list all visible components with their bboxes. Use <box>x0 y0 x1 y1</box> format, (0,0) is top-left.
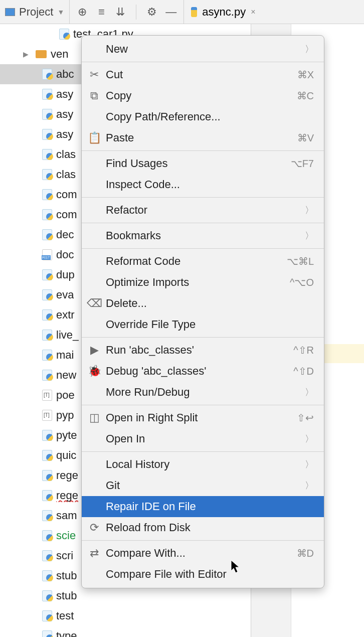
menu-separator <box>82 223 324 223</box>
tab-label: async.py <box>202 6 246 19</box>
menu-label: Optimize Imports <box>106 276 189 289</box>
menu-item[interactable]: Git〉 <box>82 475 324 496</box>
menu-item[interactable]: ✂Cut⌘X <box>82 64 324 85</box>
python-file-icon <box>42 189 52 200</box>
close-icon[interactable]: × <box>251 8 255 17</box>
python-file-icon <box>42 590 52 601</box>
menu-label: Local History <box>106 458 169 471</box>
menu-item[interactable]: More Run/Debug〉 <box>82 382 324 403</box>
file-name: abc <box>56 68 74 81</box>
menu-item[interactable]: Compare File with Editor <box>82 564 324 585</box>
submenu-arrow-icon: 〉 <box>305 43 314 55</box>
file-name: new <box>56 369 76 382</box>
menu-item[interactable]: 🐞Debug 'abc_classes'^⇧D <box>82 361 324 382</box>
file-name: scie <box>56 529 76 542</box>
menu-item[interactable]: ⟳Reload from Disk <box>82 517 324 538</box>
python-file-icon <box>42 229 52 240</box>
file-name: eva <box>56 288 74 301</box>
file-name: sam <box>56 509 77 522</box>
menu-item[interactable]: Open In〉 <box>82 428 324 449</box>
menu-label: Open In <box>106 432 145 445</box>
python-file-icon <box>59 29 69 40</box>
menu-label: Debug 'abc_classes' <box>106 365 206 378</box>
menu-separator <box>82 248 324 249</box>
menu-item[interactable]: Find Usages⌥F7 <box>82 153 324 174</box>
menu-item[interactable]: Inspect Code... <box>82 174 324 195</box>
shortcut: ⌘X <box>297 69 314 81</box>
submenu-arrow-icon: 〉 <box>305 386 314 398</box>
chevron-right-icon[interactable]: ▶ <box>23 50 29 58</box>
editor-tab[interactable]: async.py × <box>184 0 260 24</box>
project-selector[interactable]: Project ▼ <box>0 0 70 24</box>
file-name: stub <box>56 569 77 582</box>
python-file-icon <box>42 570 52 581</box>
menu-item[interactable]: Bookmarks〉 <box>82 225 324 246</box>
python-file-icon <box>42 149 52 160</box>
python-file-icon <box>42 510 52 521</box>
menu-item[interactable]: Reformat Code⌥⌘L <box>82 251 324 272</box>
menu-label: Copy <box>106 89 131 102</box>
menu-item[interactable]: ▶Run 'abc_classes'^⇧R <box>82 340 324 361</box>
menu-label: Open in Right Split <box>106 411 198 424</box>
menu-item[interactable]: Override File Type <box>82 314 324 335</box>
menu-label: More Run/Debug <box>106 386 190 399</box>
cut-icon: ✂ <box>89 69 100 80</box>
project-label: Project <box>19 6 53 19</box>
context-menu[interactable]: New〉✂Cut⌘X⧉Copy⌘CCopy Path/Reference...📋… <box>81 35 324 588</box>
python-file-icon <box>42 89 52 100</box>
gear-icon[interactable]: ⚙ <box>146 7 157 18</box>
python-file-icon <box>42 209 52 220</box>
menu-label: Git <box>106 479 120 492</box>
file-name: quic <box>56 449 76 462</box>
file-name: dup <box>56 268 75 281</box>
menu-label: Paste <box>106 131 134 144</box>
python-file-icon <box>42 610 52 621</box>
menu-label: New <box>106 43 128 56</box>
shortcut: ⌥⌘L <box>287 255 314 267</box>
menu-item[interactable]: Repair IDE on File <box>82 496 324 517</box>
python-file-icon <box>42 169 52 180</box>
file-name: scri <box>56 549 73 562</box>
menu-item[interactable]: Optimize Imports^⌥O <box>82 272 324 293</box>
python-file-icon <box>42 470 52 481</box>
shortcut: ⌘D <box>297 547 314 559</box>
shortcut: ^⇧R <box>293 344 314 356</box>
file-name: com <box>56 208 77 221</box>
menu-label: Compare File with Editor <box>106 568 227 581</box>
tree-row[interactable]: type <box>0 626 251 637</box>
menu-separator <box>82 337 324 338</box>
collapse-all-icon[interactable]: ⇊ <box>115 7 126 18</box>
menu-separator <box>82 405 324 405</box>
menu-item[interactable]: New〉 <box>82 39 324 60</box>
menu-separator <box>82 197 324 198</box>
menu-item[interactable]: ⧉Copy⌘C <box>82 85 324 106</box>
target-icon[interactable]: ⊕ <box>77 7 88 18</box>
menu-item[interactable]: ◫Open in Right Split⇧↩ <box>82 407 324 428</box>
submenu-arrow-icon: 〉 <box>305 204 314 216</box>
menu-item[interactable]: Refactor〉 <box>82 200 324 221</box>
divider <box>136 5 136 20</box>
tree-row[interactable]: stub <box>0 586 251 606</box>
file-name: pyp <box>56 409 74 422</box>
file-name: asy <box>56 128 73 141</box>
file-name: rege <box>56 469 78 482</box>
menu-item[interactable]: 📋Paste⌘V <box>82 127 324 148</box>
shortcut: ⌘V <box>297 132 314 144</box>
file-name: poe <box>56 389 75 402</box>
menu-separator <box>82 62 324 62</box>
file-name: stub <box>56 589 77 602</box>
menu-label: Override File Type <box>106 318 196 331</box>
file-name: ven <box>51 48 68 61</box>
python-file-icon <box>42 630 52 637</box>
shortcut: ^⇧D <box>293 365 314 377</box>
menu-item[interactable]: ⌫Delete... <box>82 293 324 314</box>
minimize-icon[interactable]: — <box>165 7 176 18</box>
expand-all-icon[interactable]: ≡ <box>96 7 107 18</box>
menu-item[interactable]: Copy Path/Reference... <box>82 106 324 127</box>
menu-item[interactable]: Local History〉 <box>82 454 324 475</box>
python-file-icon <box>42 450 52 461</box>
reload-icon: ⟳ <box>89 522 100 533</box>
tree-row[interactable]: test <box>0 606 251 626</box>
menu-item[interactable]: ⇄Compare With...⌘D <box>82 543 324 564</box>
file-name: type <box>56 629 77 637</box>
